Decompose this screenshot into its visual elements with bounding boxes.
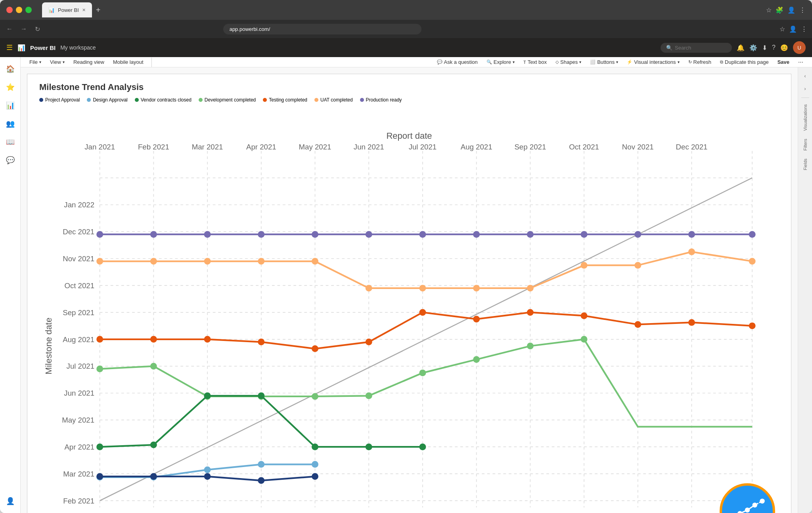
browser-window: 📊 Power BI ✕ + ☆ 🧩 👤 ⋮ ← → ↻ ☆ 👤 ⋮ ☰ 📊 P…: [0, 0, 812, 513]
refresh-label: Refresh: [693, 59, 712, 65]
minimize-button[interactable]: [16, 7, 22, 13]
svg-text:Oct 2021: Oct 2021: [569, 143, 599, 151]
legend-label-uat: UAT completed: [320, 97, 353, 103]
more-icon[interactable]: ⋮: [801, 25, 807, 33]
nav-reports[interactable]: 📊: [2, 98, 18, 113]
nav-apps[interactable]: 👥: [2, 116, 18, 132]
nav-profile[interactable]: 👤: [2, 493, 18, 509]
download-icon[interactable]: ⬇: [762, 44, 767, 52]
svg-point-78: [749, 258, 756, 265]
visual-interactions-btn[interactable]: ⚡ Visual interactions ▾: [623, 57, 683, 67]
refresh-btn[interactable]: ↻ Refresh: [684, 57, 716, 67]
text-box-btn[interactable]: T Text box: [519, 57, 551, 67]
feedback-icon[interactable]: 😊: [780, 44, 788, 52]
nav-favorites[interactable]: ⭐: [2, 79, 18, 95]
svg-text:Sep 2021: Sep 2021: [514, 143, 546, 151]
star-icon[interactable]: ☆: [766, 6, 772, 14]
svg-point-70: [312, 258, 318, 265]
user-avatar[interactable]: U: [793, 41, 806, 54]
file-label: File: [29, 59, 38, 65]
extension-icon[interactable]: 🧩: [776, 6, 783, 14]
profile-icon[interactable]: 👤: [789, 25, 797, 33]
buttons-label: Buttons: [597, 59, 615, 65]
chart-container: Milestone Trend Analysis Project Approva…: [27, 74, 791, 513]
svg-text:Jul 2021: Jul 2021: [67, 362, 95, 370]
svg-point-55: [204, 231, 211, 238]
panel-chevron-left[interactable]: ‹: [800, 71, 811, 82]
search-input[interactable]: [675, 45, 722, 51]
svg-point-77: [688, 249, 695, 255]
file-menu[interactable]: File ▾: [25, 57, 45, 67]
account-icon[interactable]: 👤: [787, 6, 795, 14]
duplicate-btn[interactable]: ⧉ Duplicate this page: [716, 57, 773, 67]
browser-tab-active[interactable]: 📊 Power BI ✕: [42, 2, 92, 17]
hamburger-icon[interactable]: ☰: [6, 43, 13, 52]
help-icon[interactable]: ?: [772, 44, 776, 51]
svg-text:Dec 2021: Dec 2021: [676, 143, 708, 151]
legend-label-testing: Testing completed: [269, 97, 307, 103]
legend-label-project: Project Approval: [45, 97, 80, 103]
nav-home[interactable]: 🏠: [2, 61, 18, 77]
svg-point-108: [419, 444, 426, 450]
svg-text:Aug 2021: Aug 2021: [63, 335, 94, 344]
reload-button[interactable]: ↻: [33, 24, 42, 34]
nav-learn[interactable]: 📖: [2, 134, 18, 150]
tab-bar: 📊 Power BI ✕ +: [42, 2, 104, 17]
close-button[interactable]: [6, 7, 13, 13]
svg-point-81: [204, 336, 211, 343]
ask-question-btn[interactable]: 💬 Ask a question: [433, 57, 482, 67]
forward-button[interactable]: →: [19, 24, 29, 34]
nav-workspaces[interactable]: 💬: [2, 152, 18, 168]
main-content: File ▾ View ▾ Reading view Mobile layout: [21, 57, 812, 513]
tab-close-icon[interactable]: ✕: [82, 8, 86, 13]
svg-point-73: [473, 285, 480, 291]
svg-text:Dec 2021: Dec 2021: [63, 228, 94, 236]
search-box[interactable]: 🔍: [661, 43, 732, 53]
svg-point-99: [473, 356, 480, 363]
svg-point-75: [581, 262, 588, 269]
workspace-label[interactable]: My workspace: [60, 44, 96, 51]
ask-question-label: Ask a question: [444, 59, 478, 65]
more-options-btn[interactable]: ⋯: [794, 57, 807, 67]
svg-point-98: [419, 369, 426, 376]
maximize-button[interactable]: [25, 7, 32, 13]
mobile-layout-btn[interactable]: Mobile layout: [109, 57, 147, 67]
svg-point-59: [419, 231, 426, 238]
svg-text:Nov 2021: Nov 2021: [622, 143, 654, 151]
panel-chevron-right[interactable]: ›: [800, 83, 811, 94]
legend-project-approval: Project Approval: [39, 97, 80, 103]
save-btn[interactable]: Save: [774, 57, 793, 67]
legend-dot-vendor: [135, 98, 139, 102]
legend-label-production: Production ready: [366, 97, 402, 103]
svg-text:Aug 2021: Aug 2021: [461, 143, 492, 151]
svg-text:Jan 2021: Jan 2021: [84, 143, 115, 151]
bookmark-icon[interactable]: ☆: [779, 25, 785, 33]
svg-text:Jul 2021: Jul 2021: [409, 143, 437, 151]
url-input[interactable]: [223, 24, 421, 34]
menu-icon[interactable]: ⋮: [799, 6, 806, 14]
svg-point-118: [312, 473, 318, 480]
legend-dot-uat: [314, 98, 318, 102]
visualizations-panel-label[interactable]: Visualizations: [803, 101, 808, 134]
svg-point-72: [419, 285, 426, 291]
svg-text:Sep 2021: Sep 2021: [63, 308, 94, 317]
view-menu[interactable]: View ▾: [46, 57, 69, 67]
back-button[interactable]: ←: [5, 24, 14, 34]
svg-point-112: [258, 461, 264, 468]
notifications-icon[interactable]: 🔔: [737, 44, 745, 52]
svg-point-101: [581, 336, 588, 343]
settings-icon[interactable]: ⚙️: [749, 44, 757, 52]
legend-dot-dev: [199, 98, 203, 102]
file-chevron: ▾: [39, 60, 41, 64]
new-tab-button[interactable]: +: [92, 6, 105, 15]
fields-panel-label[interactable]: Fields: [803, 155, 808, 173]
reading-view-label: Reading view: [73, 59, 104, 65]
shapes-btn[interactable]: ◇ Shapes ▾: [552, 57, 585, 67]
buttons-btn[interactable]: ⬜ Buttons ▾: [586, 57, 622, 67]
explore-btn[interactable]: 🔍 Explore ▾: [483, 57, 519, 67]
powerbi-app-bar: ☰ 📊 Power BI My workspace 🔍 🔔 ⚙️ ⬇ ? 😊 U: [0, 38, 812, 57]
reading-view-btn[interactable]: Reading view: [69, 57, 108, 67]
tab-powerbi-icon: 📊: [48, 7, 55, 13]
filters-panel-label[interactable]: Filters: [803, 136, 808, 154]
svg-text:Feb 2021: Feb 2021: [138, 143, 169, 151]
